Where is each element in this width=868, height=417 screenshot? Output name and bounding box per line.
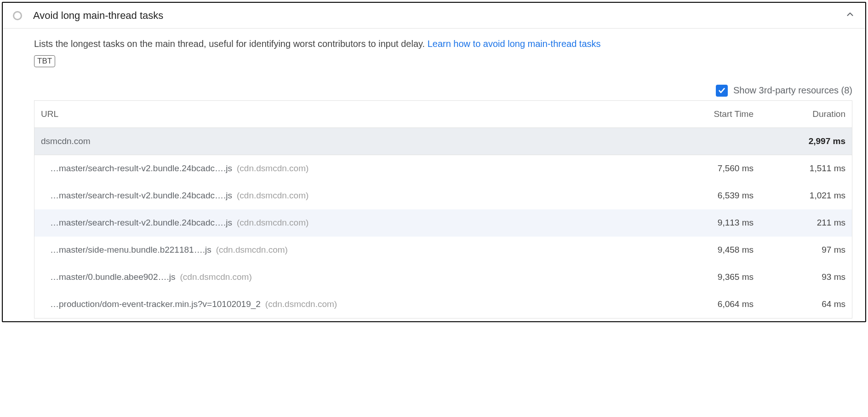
row-url-path: …master/search-result-v2.bundle.24bcadc…… (50, 218, 232, 227)
row-start-time: 9,458 ms (662, 245, 754, 255)
row-start-time: 9,365 ms (662, 272, 754, 282)
row-url-host: (cdn.dsmcdn.com) (237, 218, 308, 227)
third-party-toggle-row: Show 3rd-party resources (8) (34, 85, 852, 97)
row-url: …master/0.bundle.abee902….js(cdn.dsmcdn.… (50, 272, 662, 282)
group-row[interactable]: dsmcdn.com 2,997 ms (34, 128, 852, 155)
table-row[interactable]: …production/dom-event-tracker.min.js?v=1… (34, 291, 852, 318)
audit-desc-text: Lists the longest tasks on the main thre… (34, 39, 428, 49)
tasks-table: URL Start Time Duration dsmcdn.com 2,997… (34, 100, 852, 319)
row-url-path: …master/side-menu.bundle.b221181….js (50, 245, 211, 255)
row-url-path: …master/0.bundle.abee902….js (50, 272, 176, 282)
row-url-host: (cdn.dsmcdn.com) (180, 272, 252, 282)
row-url-path: …production/dom-event-tracker.min.js?v=1… (50, 299, 261, 309)
table-row[interactable]: …master/search-result-v2.bundle.24bcadc…… (34, 155, 852, 182)
group-name: dsmcdn.com (41, 136, 662, 146)
row-duration: 1,511 ms (754, 163, 845, 174)
row-url-host: (cdn.dsmcdn.com) (216, 245, 288, 255)
chevron-up-icon (845, 9, 855, 22)
row-start-time: 6,064 ms (662, 299, 754, 309)
row-url-path: …master/search-result-v2.bundle.24bcadc…… (50, 163, 232, 173)
row-url: …production/dom-event-tracker.min.js?v=1… (50, 299, 662, 309)
row-duration: 211 ms (754, 218, 845, 228)
row-url-host: (cdn.dsmcdn.com) (265, 299, 337, 309)
table-row[interactable]: …master/search-result-v2.bundle.24bcadc…… (34, 209, 852, 237)
table-row[interactable]: …master/0.bundle.abee902….js(cdn.dsmcdn.… (34, 264, 852, 291)
audit-body: Lists the longest tasks on the main thre… (3, 29, 865, 321)
group-total: 2,997 ms (754, 136, 845, 146)
audit-description: Lists the longest tasks on the main thre… (34, 37, 852, 51)
row-url-host: (cdn.dsmcdn.com) (237, 163, 308, 173)
row-duration: 1,021 ms (754, 191, 845, 201)
row-duration: 93 ms (754, 272, 845, 282)
row-url-host: (cdn.dsmcdn.com) (237, 191, 308, 200)
row-url: …master/search-result-v2.bundle.24bcadc…… (50, 191, 662, 201)
audit-title: Avoid long main-thread tasks (33, 10, 845, 22)
row-url-path: …master/search-result-v2.bundle.24bcadc…… (50, 191, 232, 200)
status-ring-icon (13, 11, 22, 20)
col-header-url: URL (41, 109, 662, 119)
row-start-time: 9,113 ms (662, 218, 754, 228)
group-start (662, 136, 754, 146)
table-row[interactable]: …master/search-result-v2.bundle.24bcadc…… (34, 182, 852, 209)
row-start-time: 6,539 ms (662, 191, 754, 201)
row-url: …master/search-result-v2.bundle.24bcadc…… (50, 218, 662, 228)
row-start-time: 7,560 ms (662, 163, 754, 174)
metric-tag: TBT (34, 55, 55, 67)
row-duration: 64 ms (754, 299, 845, 309)
table-header-row: URL Start Time Duration (34, 101, 852, 128)
col-header-start: Start Time (662, 109, 754, 119)
row-url: …master/side-menu.bundle.b221181….js(cdn… (50, 245, 662, 255)
third-party-label: Show 3rd-party resources (8) (733, 85, 852, 96)
row-duration: 97 ms (754, 245, 845, 255)
learn-more-link[interactable]: Learn how to avoid long main-thread task… (428, 39, 601, 49)
third-party-checkbox[interactable] (716, 85, 728, 97)
table-row[interactable]: …master/side-menu.bundle.b221181….js(cdn… (34, 237, 852, 264)
row-url: …master/search-result-v2.bundle.24bcadc…… (50, 163, 662, 174)
audit-header[interactable]: Avoid long main-thread tasks (3, 3, 865, 28)
col-header-duration: Duration (754, 109, 845, 119)
audit-panel: Avoid long main-thread tasks Lists the l… (2, 2, 866, 322)
